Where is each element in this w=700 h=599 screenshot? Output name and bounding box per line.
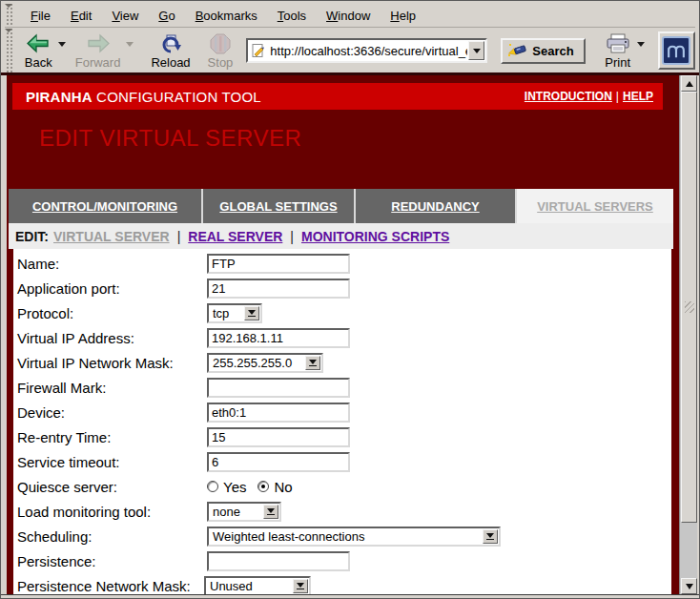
menu-bookmarks[interactable]: Bookmarks (186, 6, 268, 26)
reload-button[interactable]: Reload (147, 31, 194, 71)
forward-button: Forward (72, 31, 125, 71)
menu-tools[interactable]: Tools (268, 6, 317, 26)
reload-icon (159, 32, 182, 55)
scroll-up-button[interactable] (681, 75, 697, 92)
form-row-protocol: Protocol: tcp (13, 300, 671, 325)
browser-window: File Edit View Go Bookmarks Tools Window… (0, 0, 700, 599)
navigation-toolbar: Back Forward Reload (5, 29, 695, 72)
persistence-mask-select[interactable]: Unused (204, 576, 311, 595)
back-icon (26, 32, 51, 55)
application-port-input[interactable] (207, 279, 350, 299)
search-label: Search (532, 44, 573, 58)
tab-control-monitoring[interactable]: CONTROL/MONITORING (9, 189, 203, 223)
chevron-down-icon (473, 49, 481, 53)
scrollbar-thumb[interactable] (681, 92, 697, 523)
form-row-quiesce-server: Quiesce server: Yes No (13, 474, 671, 499)
menu-view[interactable]: View (102, 6, 149, 26)
back-button[interactable]: Back (21, 31, 56, 71)
form-row-virtual-ip-mask: Virtual IP Network Mask: 255.255.255.0 (13, 350, 671, 375)
load-monitoring-select[interactable]: none (207, 502, 281, 522)
stop-label: Stop (208, 55, 234, 70)
service-timeout-input[interactable] (207, 452, 350, 472)
tab-global-settings[interactable]: GLOBAL SETTINGS (203, 189, 356, 223)
form-row-device: Device: (13, 400, 671, 424)
menu-go[interactable]: Go (149, 6, 185, 26)
select-arrow-icon (483, 529, 498, 544)
form-row-load-monitoring: Load monitoring tool: none (13, 499, 671, 524)
app-header: PIRANHA CONFIGURATION TOOL INTRODUCTION|… (12, 83, 663, 110)
app-brand: PIRANHA CONFIGURATION TOOL (26, 89, 261, 105)
help-link[interactable]: HELP (623, 90, 653, 103)
print-button[interactable]: Print (601, 31, 635, 71)
quiesce-yes-label: Yes (223, 479, 246, 495)
toolbar-grippy[interactable] (5, 29, 13, 72)
arrow-down-icon (686, 584, 693, 589)
form-row-scheduling: Scheduling: Weighted least-connections (13, 524, 671, 548)
mozilla-logo-button[interactable] (658, 31, 695, 70)
introduction-link[interactable]: INTRODUCTION (525, 90, 612, 103)
reentry-time-input[interactable] (207, 427, 350, 447)
stop-icon (210, 32, 231, 55)
quiesce-no-radio[interactable] (257, 481, 269, 492)
select-arrow-icon (293, 579, 308, 593)
scheduling-select[interactable]: Weighted least-connections (207, 527, 501, 547)
print-label: Print (605, 55, 630, 70)
back-label: Back (25, 55, 52, 70)
form-row-persistence-mask: Persistence Network Mask: Unused (13, 573, 671, 594)
menu-file[interactable]: File (21, 6, 61, 26)
virtual-ip-input[interactable] (207, 328, 350, 348)
device-input[interactable] (207, 403, 350, 423)
edit-subnav: EDIT: VIRTUAL SERVER | REAL SERVER | MON… (9, 223, 673, 249)
forward-label: Forward (75, 55, 121, 70)
subnav-prefix: EDIT: (15, 229, 49, 244)
name-input[interactable] (207, 254, 350, 274)
location-bar (246, 38, 487, 63)
arrow-up-icon (686, 81, 693, 87)
reload-label: Reload (151, 55, 190, 70)
persistence-input[interactable] (207, 551, 350, 571)
tab-virtual-servers[interactable]: VIRTUAL SERVERS (517, 189, 673, 223)
main-tabs: CONTROL/MONITORING GLOBAL SETTINGS REDUN… (9, 189, 673, 223)
form-row-reentry-time: Re-entry Time: (13, 424, 671, 449)
quiesce-radio-group: Yes No (207, 479, 304, 495)
monitoring-scripts-link[interactable]: MONITORING SCRIPTS (301, 229, 449, 244)
search-button[interactable]: Search (501, 38, 585, 64)
forward-icon (86, 32, 111, 55)
virtual-server-form: Name: Application port: Protocol: tcp Vi… (13, 249, 671, 594)
menu-help[interactable]: Help (381, 6, 426, 26)
menu-edit[interactable]: Edit (61, 6, 102, 26)
quiesce-no-label: No (274, 479, 292, 495)
window-bottom-edge (1, 594, 699, 599)
protocol-select[interactable]: tcp (207, 303, 262, 323)
firewall-mark-input[interactable] (207, 378, 350, 398)
form-row-name: Name: (13, 251, 671, 276)
back-dropdown-arrow[interactable] (58, 42, 66, 47)
mozilla-logo-icon (662, 36, 690, 65)
subnav-separator-2: | (290, 229, 294, 244)
header-links: INTRODUCTION|HELP (525, 90, 653, 103)
scroll-down-button[interactable] (681, 578, 697, 594)
piranha-page: PIRANHA CONFIGURATION TOOL INTRODUCTION|… (7, 75, 679, 594)
print-dropdown-arrow[interactable] (637, 42, 645, 47)
menu-window[interactable]: Window (317, 6, 381, 26)
menubar-grippy[interactable] (5, 4, 13, 27)
select-arrow-icon (244, 306, 259, 320)
header-link-separator: | (616, 90, 619, 103)
virtual-ip-mask-select[interactable]: 255.255.255.0 (207, 353, 323, 373)
menu-bar: File Edit View Go Bookmarks Tools Window… (5, 4, 695, 28)
url-input[interactable] (266, 44, 468, 58)
select-arrow-icon (263, 505, 278, 519)
select-arrow-icon (305, 356, 320, 370)
stop-button: Stop (204, 31, 237, 71)
real-server-link[interactable]: REAL SERVER (188, 229, 282, 244)
form-row-firewall-mark: Firewall Mark: (13, 375, 671, 400)
form-row-virtual-ip: Virtual IP Address: (13, 325, 671, 350)
quiesce-yes-radio[interactable] (207, 481, 218, 492)
form-row-persistence: Persistence: (13, 548, 671, 573)
subnav-current-virtual-server: VIRTUAL SERVER (53, 229, 170, 244)
tab-redundancy[interactable]: REDUNDANCY (356, 189, 517, 223)
search-flashlight-icon (508, 43, 527, 58)
url-history-dropdown[interactable] (468, 41, 484, 60)
vertical-scrollbar[interactable] (679, 75, 697, 594)
page-title: EDIT VIRTUAL SERVER (39, 125, 301, 152)
